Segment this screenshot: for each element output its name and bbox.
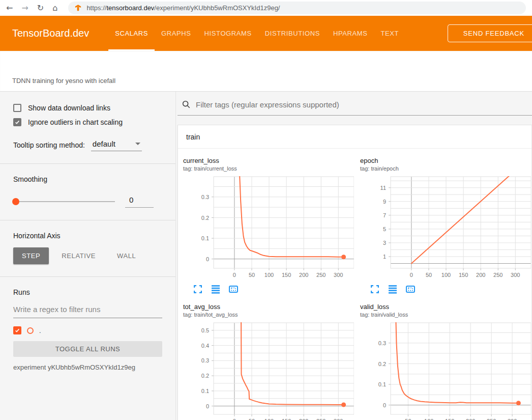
fit-domain-icon[interactable] — [405, 284, 416, 295]
svg-text:0.2: 0.2 — [378, 361, 386, 367]
horizontal-axis-buttons: STEP RELATIVE WALL — [13, 247, 162, 264]
tab-hparams[interactable]: HPARAMS — [327, 16, 374, 51]
svg-text:0.2: 0.2 — [201, 215, 209, 221]
filter-tags-row: Filter tags (regular expressions support… — [178, 92, 532, 116]
charts-grid: current_loss tag: train/current_loss 050… — [178, 149, 531, 420]
runs-section: Runs Write a regex to filter runs . TOGG… — [0, 277, 175, 383]
svg-text:0.1: 0.1 — [378, 381, 386, 387]
svg-text:250: 250 — [316, 418, 326, 420]
svg-text:0.3: 0.3 — [201, 357, 209, 363]
runs-regex-input[interactable]: Write a regex to filter runs — [13, 305, 162, 318]
horizontal-lines-icon[interactable] — [387, 284, 398, 295]
run-checkbox[interactable] — [13, 326, 21, 334]
run-list-item: . — [13, 326, 162, 334]
svg-text:50: 50 — [405, 418, 411, 420]
svg-text:50: 50 — [249, 272, 255, 278]
chart-epoch: epoch tag: train/epoch 05010015020025030… — [360, 157, 532, 303]
send-feedback-button[interactable]: SEND FEEDBACK — [448, 24, 532, 42]
svg-text:100: 100 — [424, 418, 433, 420]
svg-text:50: 50 — [249, 418, 255, 420]
horizontal-lines-icon[interactable] — [210, 284, 221, 295]
ignore-outliers-label: Ignore outliers in chart scaling — [28, 118, 123, 126]
tooltip-sorting-select[interactable]: default — [91, 139, 142, 151]
forward-icon[interactable]: → — [21, 4, 28, 12]
smoothing-value[interactable]: 0 — [125, 195, 154, 208]
screen: ← → ↻ ⌂ https://tensorboard.dev/experime… — [0, 0, 532, 420]
svg-text:0: 0 — [206, 256, 209, 262]
filter-tags-input[interactable]: Filter tags (regular expressions support… — [196, 100, 339, 109]
section-header-train[interactable]: train — [178, 125, 531, 149]
tooltip-sorting-row: Tooltip sorting method: default — [13, 139, 162, 151]
chart-title: tot_avg_loss — [183, 303, 360, 311]
axis-step-button[interactable]: STEP — [13, 247, 49, 264]
run-color-swatch — [27, 327, 34, 334]
line-chart[interactable]: 0501001502002503001357911 — [360, 175, 531, 282]
show-download-links-label: Show data download links — [28, 104, 110, 112]
line-chart[interactable]: 05010015020025030000.10.20.30.40.5 — [183, 321, 354, 420]
tooltip-sorting-label: Tooltip sorting method: — [13, 141, 85, 151]
runs-label: Runs — [13, 288, 162, 296]
svg-text:150: 150 — [459, 272, 468, 278]
address-bar[interactable]: https://tensorboard.dev/experiment/yKUbh… — [68, 2, 526, 14]
svg-text:300: 300 — [334, 272, 343, 278]
tab-scalars[interactable]: SCALARS — [108, 16, 155, 51]
content: Show data download links Ignore outliers… — [0, 92, 532, 420]
ignore-outliers-checkbox[interactable] — [13, 118, 21, 126]
svg-text:0.2: 0.2 — [201, 373, 209, 379]
tab-graphs[interactable]: GRAPHS — [155, 16, 198, 51]
svg-text:0.4: 0.4 — [201, 343, 209, 349]
tooltip-sorting-value: default — [93, 139, 115, 148]
smoothing-slider-row: 0 — [13, 195, 162, 208]
svg-text:0: 0 — [233, 272, 236, 278]
svg-text:150: 150 — [282, 272, 291, 278]
tab-distributions[interactable]: DISTRIBUTIONS — [258, 16, 327, 51]
chart-actions — [192, 284, 360, 295]
svg-text:100: 100 — [441, 272, 451, 278]
expand-chart-icon[interactable] — [369, 284, 380, 295]
svg-text:200: 200 — [299, 272, 308, 278]
svg-text:300: 300 — [334, 418, 343, 420]
chart-current-loss: current_loss tag: train/current_loss 050… — [183, 157, 360, 303]
check-icon — [14, 119, 20, 125]
axis-relative-button[interactable]: RELATIVE — [53, 247, 104, 264]
experiment-title-bar: TDNN training for yesno with icefall — [0, 51, 532, 92]
line-chart[interactable]: 5010015020025030000.10.20.3 — [360, 321, 531, 420]
svg-text:0.3: 0.3 — [201, 194, 209, 200]
chart-title: current_loss — [183, 157, 360, 164]
chart-title: epoch — [360, 157, 532, 164]
top-nav: SCALARS GRAPHS HISTOGRAMS DISTRIBUTIONS … — [108, 16, 405, 51]
chart-actions — [369, 284, 532, 295]
back-icon[interactable]: ← — [6, 4, 13, 12]
smoothing-label: Smoothing — [13, 175, 162, 183]
smoothing-section: Smoothing 0 — [0, 164, 175, 220]
svg-text:9: 9 — [383, 199, 386, 205]
horizontal-axis-section: Horizontal Axis STEP RELATIVE WALL — [0, 220, 175, 276]
svg-text:200: 200 — [466, 418, 475, 420]
smoothing-slider-thumb[interactable] — [12, 198, 19, 205]
browser-toolbar: ← → ↻ ⌂ https://tensorboard.dev/experime… — [0, 0, 532, 16]
tab-histograms[interactable]: HISTOGRAMS — [198, 16, 258, 51]
chart-tag: tag: train/tot_avg_loss — [183, 312, 360, 318]
tab-text[interactable]: TEXT — [374, 16, 406, 51]
svg-text:300: 300 — [508, 418, 517, 420]
svg-text:300: 300 — [511, 272, 520, 278]
toggle-all-runs-button[interactable]: TOGGLE ALL RUNS — [13, 341, 162, 357]
svg-text:7: 7 — [383, 212, 386, 218]
reload-icon[interactable]: ↻ — [37, 4, 44, 12]
home-icon[interactable]: ⌂ — [52, 4, 57, 12]
svg-text:3: 3 — [383, 240, 386, 246]
svg-text:50: 50 — [426, 272, 432, 278]
line-chart[interactable]: 05010015020025030000.10.20.3 — [183, 175, 354, 282]
chart-tag: tag: train/epoch — [360, 165, 532, 172]
smoothing-slider[interactable] — [13, 201, 115, 202]
svg-text:0: 0 — [410, 272, 413, 278]
svg-text:250: 250 — [316, 272, 326, 278]
expand-chart-icon[interactable] — [192, 284, 203, 295]
svg-text:200: 200 — [299, 418, 308, 420]
svg-text:100: 100 — [264, 272, 274, 278]
fit-domain-icon[interactable] — [228, 284, 239, 295]
train-section-card: train current_loss tag: train/current_lo… — [178, 125, 532, 420]
show-download-links-checkbox[interactable] — [13, 104, 21, 112]
svg-text:0.3: 0.3 — [378, 340, 386, 346]
axis-wall-button[interactable]: WALL — [108, 247, 144, 264]
